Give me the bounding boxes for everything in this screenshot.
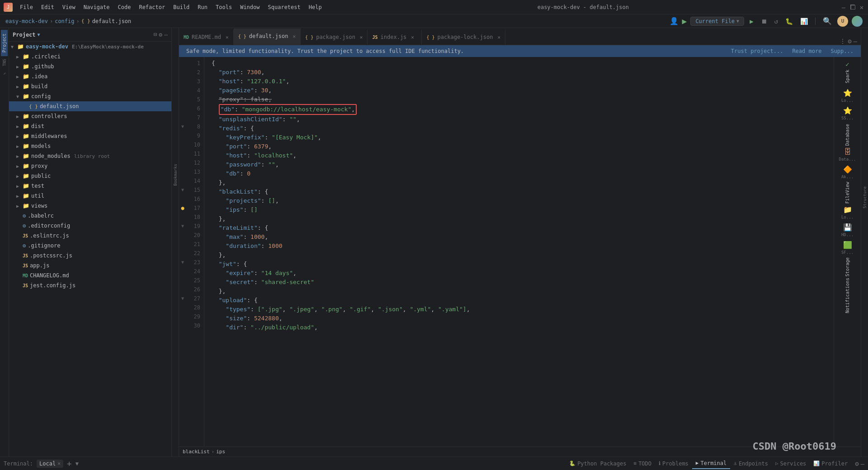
list-item[interactable]: ▶ 📁 .idea [9,71,171,81]
project-settings-icon[interactable]: ⚙ [159,31,162,38]
right-tool-7[interactable]: 🟩 SF... [836,239,859,256]
list-item[interactable]: MD CHANGELOG.md [9,271,171,280]
gutter-fold-19[interactable]: ▼ [179,222,186,231]
collapse-all-icon[interactable]: ⊟ [154,31,157,38]
breadcrumb-blacklist[interactable]: blackList [183,449,210,455]
list-item[interactable]: ⚙ .editorconfig [9,221,171,231]
breadcrumb-item-root[interactable]: easy-mock-dev [5,18,48,24]
reload-button[interactable]: ↺ [773,17,780,26]
tns-icon[interactable]: TNS [1,56,8,69]
tab-readme-close[interactable]: ✕ [226,34,229,40]
tab-package-lock[interactable]: { } package-lock.json ✕ [422,29,505,45]
breadcrumb-ips[interactable]: ips [216,449,225,455]
settings-icon[interactable]: ⚙ [855,460,859,467]
play-button[interactable]: ▶ [748,17,755,26]
add-terminal-button[interactable]: + [67,459,72,468]
list-item[interactable]: JS jest.config.js [9,280,171,290]
tab-package-lock-close[interactable]: ✕ [497,34,500,40]
list-item[interactable]: ▶ 📁 test [9,181,171,191]
minimize-panel-icon[interactable]: — [861,460,864,467]
gutter-fold-15[interactable]: ▼ [179,185,186,195]
trust-project-button[interactable]: Trust project... [731,48,783,54]
bookmarks-label[interactable]: Bookmarks [173,164,178,186]
read-more-link[interactable]: Read more [792,48,821,54]
list-item[interactable]: ▶ 📁 dist [9,121,171,131]
right-tool-1[interactable]: ⭐ Lo... [836,87,859,104]
minimize-button[interactable]: — [841,5,846,10]
list-item[interactable]: ⚙ .gitignore [9,241,171,251]
list-item[interactable]: ▶ 📁 middlewares [9,131,171,141]
todo-tab[interactable]: ≡ TODO [630,459,656,469]
list-item[interactable]: ▶ 📁 .circleci [9,52,171,62]
list-item[interactable]: JS .eslintrc.js [9,231,171,241]
chevron-down-terminal-icon[interactable]: ▼ [75,461,79,467]
run-config-button[interactable]: Current File ▼ [690,17,744,26]
gutter-fold-8[interactable]: ▼ [179,122,186,131]
tab-index-js[interactable]: JS index.js ✕ [368,29,422,45]
right-tool-5[interactable]: 📁 Lo... [836,204,859,221]
list-item[interactable]: ▶ 📁 views [9,201,171,211]
list-item[interactable]: ▶ 📁 public [9,171,171,181]
maximize-button[interactable]: ⧠ [850,5,855,10]
tab-settings-icon[interactable]: ⚙ [848,38,851,45]
list-item[interactable]: JS app.js [9,261,171,271]
menu-item-tools[interactable]: Tools [212,3,236,11]
list-item[interactable]: ▶ 📁 models [9,141,171,151]
profiler-tab[interactable]: 📊 Profiler [810,459,851,469]
list-item[interactable]: ⚙ .babelrc [9,211,171,221]
list-item[interactable]: ▶ 📁 build [9,81,171,91]
tab-index-js-close[interactable]: ✕ [411,34,414,40]
user-avatar[interactable]: U [837,16,848,27]
menu-item-code[interactable]: Code [114,3,135,11]
menu-item-view[interactable]: View [59,3,79,11]
tree-root[interactable]: ▼ 📁 easy-mock-dev E:\EasyMock\easy-mock-… [9,42,171,52]
tab-package-json-close[interactable]: ✕ [360,34,363,40]
menu-item-run[interactable]: Run [194,3,211,11]
close-button[interactable]: ✕ [859,5,864,10]
gutter-fold-27[interactable]: ▼ [179,294,186,303]
debug-button[interactable]: 🐛 [783,17,795,26]
menu-item-refactor[interactable]: Refactor [135,3,169,11]
list-item[interactable]: ▶ 📁 util [9,191,171,201]
tab-hide-icon[interactable]: — [854,38,857,45]
project-tab-icon[interactable]: Project [1,30,8,56]
right-tool-2[interactable]: ⭐ SS... [836,104,859,122]
list-item[interactable]: ▼ 📁 config [9,91,171,101]
menu-item-squaretest[interactable]: Squaretest [264,3,304,11]
structure-label[interactable]: Structure [863,186,867,209]
right-tool-4[interactable]: 🔶 Ak... [836,163,859,181]
right-tool-6[interactable]: 💾 HD... [836,221,859,239]
list-item[interactable]: ▶ 📁 node_modules library root [9,151,171,161]
tab-list-icon[interactable]: ⋮ [840,38,846,45]
run-icon[interactable]: ▶ [682,16,687,26]
menu-item-window[interactable]: Window [236,3,263,11]
list-item[interactable]: JS .postcssrc.js [9,251,171,261]
terminal-tab[interactable]: Local ✕ [37,460,63,468]
terminal-close-icon[interactable]: ✕ [57,461,61,466]
list-item[interactable]: ▶ 📁 controllers [9,111,171,121]
services-tab[interactable]: ▷ Services [772,459,810,469]
gutter-fold-23[interactable]: ▼ [179,258,186,267]
right-tool-3[interactable]: 🗄 Data... [836,146,859,163]
stop-button[interactable]: ⏹ [759,17,769,26]
terminal-tab-btn[interactable]: ▶ Terminal [692,458,730,469]
tab-default-json[interactable]: { } default.json ✕ [234,28,301,45]
code-area[interactable]: { "port": 7300, "host": "127.0.0.1", "pa… [204,57,834,446]
user-icon[interactable]: 👤 [670,17,679,25]
breadcrumb-item-file[interactable]: default.json [92,18,132,24]
search-icon[interactable]: 🔍 [821,16,834,26]
python-packages-tab[interactable]: 🐍 Python Packages [566,459,630,469]
commit-icon[interactable]: ✓ [1,69,8,79]
menu-item-build[interactable]: Build [170,3,193,11]
tab-default-json-close[interactable]: ✕ [292,33,296,39]
tab-readme[interactable]: MD README.md ✕ [179,29,234,45]
list-item[interactable]: { } default.json [9,101,171,111]
menu-item-edit[interactable]: Edit [38,3,58,11]
menu-item-file[interactable]: File [16,3,37,11]
hide-panel-icon[interactable]: — [164,31,168,38]
coverage-button[interactable]: 📊 [798,17,810,26]
menu-item-navigate[interactable]: Navigate [80,3,113,11]
breadcrumb-item-config[interactable]: config [55,18,74,24]
tab-package-json[interactable]: { } package.json ✕ [301,29,368,45]
theme-icon[interactable] [852,16,863,27]
